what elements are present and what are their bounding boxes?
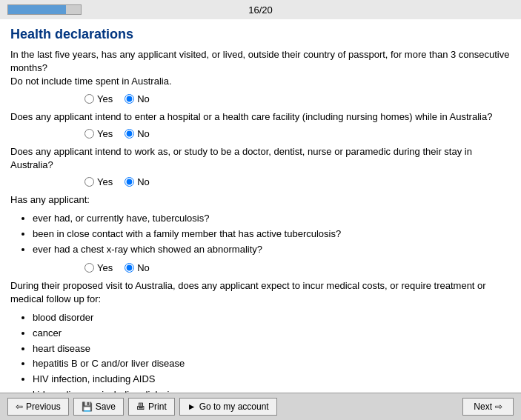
chevron-right-icon: ►	[188, 401, 196, 412]
q4-bullet-2: been in close contact with a family memb…	[33, 227, 511, 242]
q1-no-label: No	[137, 93, 150, 104]
next-icon: ⇨	[495, 401, 502, 412]
q4-radio-group: Yes No	[10, 262, 511, 273]
q2-radio-group: Yes No	[10, 128, 511, 139]
progress-fill	[8, 5, 66, 14]
q1-radio-group: Yes No	[10, 93, 511, 104]
q5-bullet-3: heart disease	[33, 341, 511, 357]
q4-no-radio[interactable]	[125, 263, 134, 273]
print-label: Print	[148, 401, 167, 412]
q1-no-option[interactable]: No	[125, 93, 150, 104]
q2-yes-option[interactable]: Yes	[84, 128, 113, 139]
save-label: Save	[96, 401, 116, 412]
q1-yes-option[interactable]: Yes	[84, 93, 113, 104]
question-1: In the last five years, has any applican…	[10, 48, 511, 89]
q3-yes-label: Yes	[97, 176, 113, 187]
q4-yes-radio[interactable]	[84, 263, 94, 273]
account-label: Go to my account	[199, 401, 269, 412]
q5-bullet-4: hepatitis B or C and/or liver disease	[33, 356, 511, 372]
q3-yes-radio[interactable]	[84, 177, 94, 187]
q2-no-label: No	[137, 128, 150, 139]
save-icon: 💾	[82, 401, 93, 412]
next-label: Next	[474, 401, 492, 412]
section-title: Health declarations	[10, 27, 511, 42]
q3-no-radio[interactable]	[125, 177, 134, 187]
save-button[interactable]: 💾 Save	[73, 398, 124, 416]
main-content: Health declarations In the last five yea…	[0, 19, 521, 420]
footer-bar: ⇦ Previous 💾 Save 🖶 Print ► Go to my acc…	[0, 393, 521, 420]
previous-button[interactable]: ⇦ Previous	[7, 398, 69, 416]
q1-yes-label: Yes	[97, 93, 113, 104]
q3-radio-group: Yes No	[10, 176, 511, 187]
q4-bullet-list: ever had, or currently have, tuberculosi…	[33, 211, 511, 257]
progress-bar	[7, 4, 82, 15]
q2-no-radio[interactable]	[125, 129, 134, 139]
previous-label: Previous	[26, 401, 61, 412]
q4-yes-option[interactable]: Yes	[84, 262, 113, 273]
q5-bullet-1: blood disorder	[33, 310, 511, 326]
next-button[interactable]: Next ⇨	[462, 398, 514, 416]
q2-yes-radio[interactable]	[84, 129, 94, 139]
q4-bullet-3: ever had a chest x-ray which showed an a…	[33, 242, 511, 258]
question-2: Does any applicant intend to enter a hos…	[10, 110, 511, 124]
q5-bullet-2: cancer	[33, 326, 511, 341]
question-5: During their proposed visit to Australia…	[10, 279, 511, 306]
q3-no-option[interactable]: No	[125, 176, 150, 187]
q4-yes-label: Yes	[97, 262, 113, 273]
question-3: Does any applicant intend to work as, or…	[10, 145, 511, 172]
q3-yes-option[interactable]: Yes	[84, 176, 113, 187]
previous-icon: ⇦	[16, 401, 23, 412]
question-4: Has any applicant:	[10, 193, 511, 207]
q2-yes-label: Yes	[97, 128, 113, 139]
q4-no-option[interactable]: No	[125, 262, 150, 273]
q1-yes-radio[interactable]	[84, 94, 94, 104]
q5-bullet-5: HIV infection, including AIDS	[33, 372, 511, 387]
q1-no-radio[interactable]	[125, 94, 134, 104]
account-button[interactable]: ► Go to my account	[179, 398, 277, 416]
q4-bullet-1: ever had, or currently have, tuberculosi…	[33, 211, 511, 227]
top-bar: 16/20	[0, 0, 521, 19]
q4-no-label: No	[137, 262, 150, 273]
print-icon: 🖶	[136, 401, 145, 412]
q2-no-option[interactable]: No	[125, 128, 150, 139]
print-button[interactable]: 🖶 Print	[128, 398, 175, 416]
q3-no-label: No	[137, 176, 150, 187]
page-counter: 16/20	[248, 4, 273, 16]
